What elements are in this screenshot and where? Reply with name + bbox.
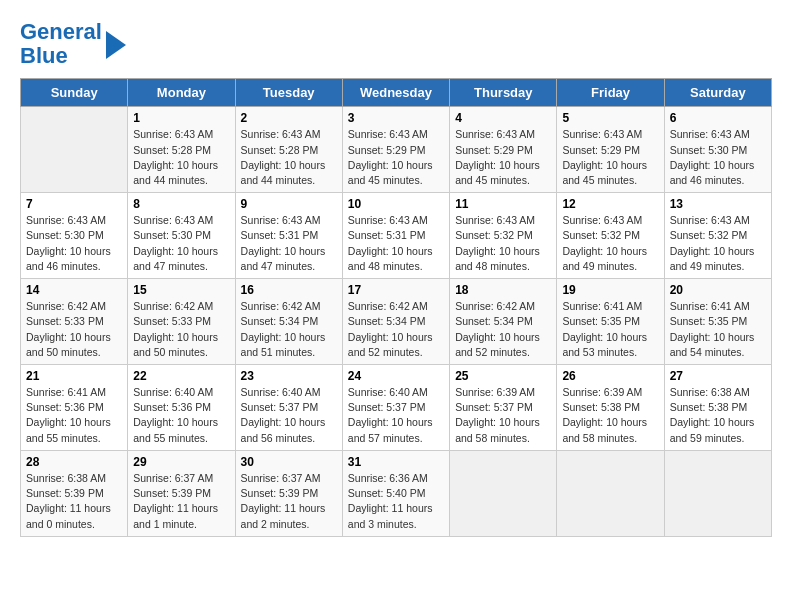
calendar-cell bbox=[664, 450, 771, 536]
day-number: 14 bbox=[26, 283, 122, 297]
week-row-4: 21Sunrise: 6:41 AMSunset: 5:36 PMDayligh… bbox=[21, 365, 772, 451]
calendar-cell: 12Sunrise: 6:43 AMSunset: 5:32 PMDayligh… bbox=[557, 193, 664, 279]
day-number: 18 bbox=[455, 283, 551, 297]
calendar-cell: 29Sunrise: 6:37 AMSunset: 5:39 PMDayligh… bbox=[128, 450, 235, 536]
day-number: 17 bbox=[348, 283, 444, 297]
day-info: Sunrise: 6:37 AMSunset: 5:39 PMDaylight:… bbox=[133, 471, 229, 532]
day-info: Sunrise: 6:42 AMSunset: 5:33 PMDaylight:… bbox=[26, 299, 122, 360]
day-info: Sunrise: 6:43 AMSunset: 5:31 PMDaylight:… bbox=[348, 213, 444, 274]
day-info: Sunrise: 6:42 AMSunset: 5:34 PMDaylight:… bbox=[455, 299, 551, 360]
calendar-cell: 2Sunrise: 6:43 AMSunset: 5:28 PMDaylight… bbox=[235, 107, 342, 193]
page-header: General Blue bbox=[20, 20, 772, 68]
calendar-cell: 15Sunrise: 6:42 AMSunset: 5:33 PMDayligh… bbox=[128, 279, 235, 365]
calendar-cell bbox=[557, 450, 664, 536]
calendar-cell: 30Sunrise: 6:37 AMSunset: 5:39 PMDayligh… bbox=[235, 450, 342, 536]
calendar-cell: 7Sunrise: 6:43 AMSunset: 5:30 PMDaylight… bbox=[21, 193, 128, 279]
day-info: Sunrise: 6:38 AMSunset: 5:39 PMDaylight:… bbox=[26, 471, 122, 532]
day-info: Sunrise: 6:42 AMSunset: 5:34 PMDaylight:… bbox=[348, 299, 444, 360]
day-info: Sunrise: 6:39 AMSunset: 5:38 PMDaylight:… bbox=[562, 385, 658, 446]
day-number: 13 bbox=[670, 197, 766, 211]
calendar-cell: 26Sunrise: 6:39 AMSunset: 5:38 PMDayligh… bbox=[557, 365, 664, 451]
day-info: Sunrise: 6:43 AMSunset: 5:32 PMDaylight:… bbox=[670, 213, 766, 274]
calendar-cell: 25Sunrise: 6:39 AMSunset: 5:37 PMDayligh… bbox=[450, 365, 557, 451]
calendar-cell: 28Sunrise: 6:38 AMSunset: 5:39 PMDayligh… bbox=[21, 450, 128, 536]
day-number: 2 bbox=[241, 111, 337, 125]
header-cell-tuesday: Tuesday bbox=[235, 79, 342, 107]
day-info: Sunrise: 6:41 AMSunset: 5:36 PMDaylight:… bbox=[26, 385, 122, 446]
day-number: 28 bbox=[26, 455, 122, 469]
day-info: Sunrise: 6:40 AMSunset: 5:37 PMDaylight:… bbox=[241, 385, 337, 446]
calendar-cell bbox=[450, 450, 557, 536]
week-row-1: 1Sunrise: 6:43 AMSunset: 5:28 PMDaylight… bbox=[21, 107, 772, 193]
day-number: 29 bbox=[133, 455, 229, 469]
day-info: Sunrise: 6:40 AMSunset: 5:36 PMDaylight:… bbox=[133, 385, 229, 446]
day-info: Sunrise: 6:43 AMSunset: 5:29 PMDaylight:… bbox=[455, 127, 551, 188]
calendar-table: SundayMondayTuesdayWednesdayThursdayFrid… bbox=[20, 78, 772, 536]
header-cell-sunday: Sunday bbox=[21, 79, 128, 107]
day-number: 1 bbox=[133, 111, 229, 125]
calendar-cell: 18Sunrise: 6:42 AMSunset: 5:34 PMDayligh… bbox=[450, 279, 557, 365]
calendar-cell: 23Sunrise: 6:40 AMSunset: 5:37 PMDayligh… bbox=[235, 365, 342, 451]
day-info: Sunrise: 6:40 AMSunset: 5:37 PMDaylight:… bbox=[348, 385, 444, 446]
day-info: Sunrise: 6:43 AMSunset: 5:28 PMDaylight:… bbox=[133, 127, 229, 188]
day-info: Sunrise: 6:41 AMSunset: 5:35 PMDaylight:… bbox=[670, 299, 766, 360]
calendar-cell: 3Sunrise: 6:43 AMSunset: 5:29 PMDaylight… bbox=[342, 107, 449, 193]
day-number: 11 bbox=[455, 197, 551, 211]
day-info: Sunrise: 6:43 AMSunset: 5:30 PMDaylight:… bbox=[133, 213, 229, 274]
day-number: 23 bbox=[241, 369, 337, 383]
calendar-cell: 14Sunrise: 6:42 AMSunset: 5:33 PMDayligh… bbox=[21, 279, 128, 365]
logo-text: General Blue bbox=[20, 20, 102, 68]
calendar-cell: 16Sunrise: 6:42 AMSunset: 5:34 PMDayligh… bbox=[235, 279, 342, 365]
day-number: 19 bbox=[562, 283, 658, 297]
day-number: 5 bbox=[562, 111, 658, 125]
calendar-cell: 27Sunrise: 6:38 AMSunset: 5:38 PMDayligh… bbox=[664, 365, 771, 451]
calendar-header: SundayMondayTuesdayWednesdayThursdayFrid… bbox=[21, 79, 772, 107]
day-info: Sunrise: 6:43 AMSunset: 5:29 PMDaylight:… bbox=[562, 127, 658, 188]
calendar-cell: 5Sunrise: 6:43 AMSunset: 5:29 PMDaylight… bbox=[557, 107, 664, 193]
day-info: Sunrise: 6:41 AMSunset: 5:35 PMDaylight:… bbox=[562, 299, 658, 360]
day-number: 9 bbox=[241, 197, 337, 211]
day-info: Sunrise: 6:43 AMSunset: 5:32 PMDaylight:… bbox=[455, 213, 551, 274]
day-number: 25 bbox=[455, 369, 551, 383]
day-number: 15 bbox=[133, 283, 229, 297]
day-number: 12 bbox=[562, 197, 658, 211]
calendar-cell: 20Sunrise: 6:41 AMSunset: 5:35 PMDayligh… bbox=[664, 279, 771, 365]
calendar-cell bbox=[21, 107, 128, 193]
calendar-cell: 11Sunrise: 6:43 AMSunset: 5:32 PMDayligh… bbox=[450, 193, 557, 279]
week-row-2: 7Sunrise: 6:43 AMSunset: 5:30 PMDaylight… bbox=[21, 193, 772, 279]
day-number: 16 bbox=[241, 283, 337, 297]
logo: General Blue bbox=[20, 20, 126, 68]
day-number: 24 bbox=[348, 369, 444, 383]
header-cell-wednesday: Wednesday bbox=[342, 79, 449, 107]
calendar-cell: 24Sunrise: 6:40 AMSunset: 5:37 PMDayligh… bbox=[342, 365, 449, 451]
logo-arrow-icon bbox=[106, 31, 126, 59]
day-info: Sunrise: 6:39 AMSunset: 5:37 PMDaylight:… bbox=[455, 385, 551, 446]
day-number: 3 bbox=[348, 111, 444, 125]
day-info: Sunrise: 6:38 AMSunset: 5:38 PMDaylight:… bbox=[670, 385, 766, 446]
calendar-cell: 17Sunrise: 6:42 AMSunset: 5:34 PMDayligh… bbox=[342, 279, 449, 365]
day-info: Sunrise: 6:43 AMSunset: 5:30 PMDaylight:… bbox=[670, 127, 766, 188]
day-number: 10 bbox=[348, 197, 444, 211]
day-number: 21 bbox=[26, 369, 122, 383]
calendar-body: 1Sunrise: 6:43 AMSunset: 5:28 PMDaylight… bbox=[21, 107, 772, 536]
header-cell-saturday: Saturday bbox=[664, 79, 771, 107]
calendar-cell: 22Sunrise: 6:40 AMSunset: 5:36 PMDayligh… bbox=[128, 365, 235, 451]
logo-blue: Blue bbox=[20, 43, 68, 68]
calendar-cell: 31Sunrise: 6:36 AMSunset: 5:40 PMDayligh… bbox=[342, 450, 449, 536]
header-cell-friday: Friday bbox=[557, 79, 664, 107]
day-number: 27 bbox=[670, 369, 766, 383]
calendar-cell: 13Sunrise: 6:43 AMSunset: 5:32 PMDayligh… bbox=[664, 193, 771, 279]
header-cell-monday: Monday bbox=[128, 79, 235, 107]
calendar-cell: 21Sunrise: 6:41 AMSunset: 5:36 PMDayligh… bbox=[21, 365, 128, 451]
day-number: 4 bbox=[455, 111, 551, 125]
day-info: Sunrise: 6:42 AMSunset: 5:34 PMDaylight:… bbox=[241, 299, 337, 360]
day-number: 31 bbox=[348, 455, 444, 469]
day-number: 22 bbox=[133, 369, 229, 383]
header-cell-thursday: Thursday bbox=[450, 79, 557, 107]
day-info: Sunrise: 6:37 AMSunset: 5:39 PMDaylight:… bbox=[241, 471, 337, 532]
calendar-cell: 10Sunrise: 6:43 AMSunset: 5:31 PMDayligh… bbox=[342, 193, 449, 279]
day-number: 30 bbox=[241, 455, 337, 469]
calendar-cell: 9Sunrise: 6:43 AMSunset: 5:31 PMDaylight… bbox=[235, 193, 342, 279]
calendar-cell: 1Sunrise: 6:43 AMSunset: 5:28 PMDaylight… bbox=[128, 107, 235, 193]
day-info: Sunrise: 6:43 AMSunset: 5:30 PMDaylight:… bbox=[26, 213, 122, 274]
